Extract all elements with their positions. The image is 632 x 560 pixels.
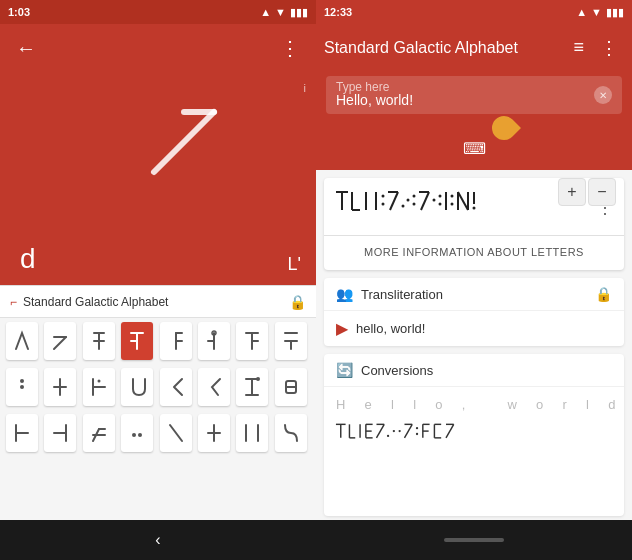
key-3[interactable] <box>83 322 115 360</box>
signal-icon: ▼ <box>275 6 286 18</box>
list-view-button[interactable]: ≡ <box>567 31 590 65</box>
search-bar: Type here Hello, world! ✕ ⌨ <box>316 72 632 170</box>
glyph-r2-4 <box>127 375 147 399</box>
transliteration-header: 👥 Transliteration 🔒 <box>324 278 624 311</box>
more-menu-right[interactable]: ⋮ <box>594 31 624 65</box>
hello-spaced-text: H e l l o , w o r l d ! <box>332 397 616 420</box>
svg-point-95 <box>416 433 418 435</box>
key-r2-1[interactable] <box>6 368 38 406</box>
key-r2-6[interactable] <box>198 368 230 406</box>
glyph-r3-8 <box>281 421 301 445</box>
glyph-r2-8 <box>281 375 301 399</box>
svg-point-94 <box>416 427 418 429</box>
key-7[interactable] <box>236 322 268 360</box>
svg-point-68 <box>439 195 442 198</box>
svg-line-66 <box>421 192 429 210</box>
svg-point-44 <box>138 433 142 437</box>
zoom-in-button[interactable]: + <box>558 178 586 206</box>
glyph-key-2 <box>50 329 70 353</box>
glyph-key-1 <box>12 329 32 353</box>
zoom-out-button[interactable]: − <box>588 178 616 206</box>
glyph-r2-7 <box>242 375 262 399</box>
svg-point-58 <box>382 203 385 206</box>
status-bar-right: 12:33 ▲ ▼ ▮▮▮ <box>316 0 632 24</box>
app-bar-left: ← ⋮ <box>0 24 316 72</box>
battery-icon: ▮▮▮ <box>290 6 308 19</box>
back-button[interactable]: ← <box>8 29 44 68</box>
key-r3-4[interactable] <box>121 414 153 452</box>
key-8[interactable] <box>275 322 307 360</box>
svg-point-69 <box>439 203 442 206</box>
conversions-content: H e l l o , w o r l d ! <box>324 387 624 454</box>
left-panel: 1:03 ▲ ▼ ▮▮▮ ← ⋮ i d L' ⌐ Standard Galac… <box>0 0 316 560</box>
keyboard-grid <box>0 318 316 364</box>
key-6[interactable] <box>198 322 230 360</box>
key-r3-3[interactable] <box>83 414 115 452</box>
svg-line-88 <box>376 424 384 438</box>
nav-back-left[interactable]: ‹ <box>155 531 160 549</box>
nav-bar-left: ‹ <box>0 520 316 560</box>
letter-display-area: i d L' <box>0 72 316 285</box>
keyboard-grid-row3 <box>0 410 316 456</box>
key-r2-8[interactable] <box>275 368 307 406</box>
glyph-key-3 <box>89 329 109 353</box>
large-glyph <box>134 102 254 192</box>
search-input-container[interactable]: Type here Hello, world! ✕ <box>326 76 622 114</box>
glyph-r3-2 <box>50 421 70 445</box>
key-4-highlighted[interactable] <box>121 322 153 360</box>
keyboard-icon-bar: ⌨ <box>326 140 622 160</box>
key-r2-3[interactable] <box>83 368 115 406</box>
wifi-icon-right: ▲ <box>576 6 587 18</box>
conversions-card: 🔄 Conversions H e l l o , w o r l d ! <box>324 354 624 516</box>
svg-line-60 <box>390 192 398 210</box>
play-button[interactable]: ▶ <box>336 319 348 338</box>
more-menu-button[interactable]: ⋮ <box>272 28 308 68</box>
key-r3-6[interactable] <box>198 414 230 452</box>
key-r3-2[interactable] <box>44 414 76 452</box>
keyboard-title: Standard Galactic Alphabet <box>23 295 283 309</box>
glyph-key-5 <box>166 329 186 353</box>
svg-point-71 <box>451 195 454 198</box>
letter-corner: L' <box>288 254 301 275</box>
status-icons-left: ▲ ▼ ▮▮▮ <box>260 6 308 19</box>
key-r3-7[interactable] <box>236 414 268 452</box>
transliteration-icon: 👥 <box>336 286 353 302</box>
svg-line-0 <box>154 112 214 172</box>
more-info-label: MORE INFORMATION ABOUT LETTERS <box>364 246 584 258</box>
lock-icon: 🔒 <box>289 294 306 310</box>
key-r2-2[interactable] <box>44 368 76 406</box>
nav-bar-right <box>316 520 632 560</box>
svg-point-43 <box>132 433 136 437</box>
glyph-r3-1 <box>12 421 32 445</box>
search-placeholder: Type here <box>336 80 389 94</box>
key-r3-8[interactable] <box>275 414 307 452</box>
key-5[interactable] <box>160 322 192 360</box>
svg-line-103 <box>446 424 454 438</box>
glyph-r3-7 <box>242 421 262 445</box>
wifi-icon: ▲ <box>260 6 271 18</box>
key-r3-5[interactable] <box>160 414 192 452</box>
svg-point-62 <box>407 199 410 202</box>
clear-button[interactable]: ✕ <box>594 86 612 104</box>
app-title: Standard Galactic Alphabet <box>324 39 567 57</box>
keyboard-icon[interactable]: ⌨ <box>463 139 486 158</box>
zoom-controls: + − <box>558 178 616 206</box>
svg-point-64 <box>413 203 416 206</box>
svg-line-93 <box>404 424 412 438</box>
key-1[interactable] <box>6 322 38 360</box>
glyph-key-6 <box>204 329 224 353</box>
letter-d: d <box>20 243 36 275</box>
svg-point-33 <box>256 377 260 381</box>
key-r2-4[interactable] <box>121 368 153 406</box>
key-2[interactable] <box>44 322 76 360</box>
key-r2-7[interactable] <box>236 368 268 406</box>
glyph-r3-5 <box>166 421 186 445</box>
glyph-key-4 <box>127 329 147 353</box>
key-r3-1[interactable] <box>6 414 38 452</box>
battery-icon-right: ▮▮▮ <box>606 6 624 19</box>
galactic-display-text <box>334 186 596 227</box>
more-info-btn[interactable]: MORE INFORMATION ABOUT LETTERS <box>324 235 624 266</box>
conversions-icon: 🔄 <box>336 362 353 378</box>
key-r2-5[interactable] <box>160 368 192 406</box>
keyboard-grid-row2 <box>0 364 316 410</box>
